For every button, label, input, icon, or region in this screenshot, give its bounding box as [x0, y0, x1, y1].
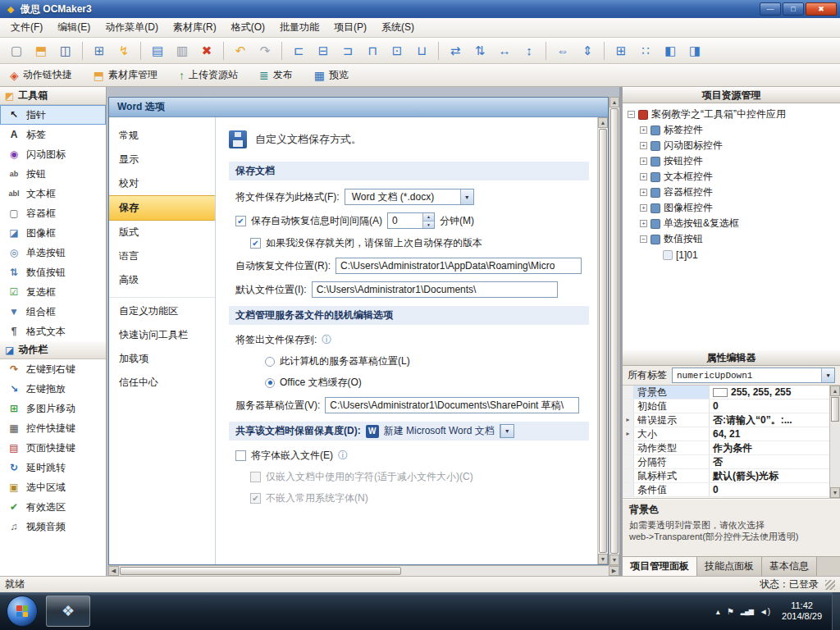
same-height-icon[interactable]: ⇕: [576, 40, 599, 62]
autorecover-checkbox[interactable]: ✔: [235, 216, 246, 226]
new-document-icon[interactable]: ▢: [5, 40, 28, 62]
scrollbar-thumb[interactable]: [120, 567, 401, 575]
property-value[interactable]: 0: [710, 484, 829, 495]
action-left-to-right[interactable]: ↷左键到右键: [0, 359, 106, 379]
scroll-right-icon[interactable]: ▶: [609, 566, 619, 576]
scrollbar-thumb[interactable]: [599, 129, 607, 553]
office-cache-radio[interactable]: [265, 378, 275, 388]
property-row-6[interactable]: 鼠标样式默认(箭头)光标: [623, 469, 829, 483]
tray-expand-icon[interactable]: ▴: [716, 607, 720, 616]
align-center-icon[interactable]: ⊟: [312, 40, 335, 62]
dialog-nav-item-7[interactable]: 自定义功能区: [109, 297, 215, 323]
tool-container[interactable]: ▢容器框: [0, 203, 106, 223]
align-left-icon[interactable]: ⊏: [287, 40, 310, 62]
property-row-1[interactable]: 初始值0: [623, 399, 829, 413]
taskbar-app-button[interactable]: ❖: [46, 596, 90, 627]
tree-item-1[interactable]: +标签控件: [623, 122, 840, 138]
property-value[interactable]: 64, 21: [710, 428, 829, 440]
menu-item-2[interactable]: 动作菜单(D): [98, 18, 166, 37]
action-select-region[interactable]: ▣选中区域: [0, 477, 106, 497]
publish-button[interactable]: ≣发布: [256, 66, 296, 84]
scroll-left-icon[interactable]: ◀: [108, 566, 119, 576]
action-control-hotkey[interactable]: ▦控件快捷键: [0, 418, 106, 438]
menu-item-6[interactable]: 项目(P): [326, 18, 374, 37]
tree-item-4[interactable]: +文本框控件: [623, 169, 840, 185]
resize-grip-icon[interactable]: [825, 580, 835, 590]
panel-tab-1[interactable]: 技能点面板: [697, 557, 762, 576]
scrollbar-thumb[interactable]: [610, 108, 619, 554]
tree-expander-icon[interactable]: −: [640, 235, 647, 243]
workspace-vertical-scrollbar[interactable]: ▲ ▼: [609, 97, 619, 565]
expand-arrow-icon[interactable]: ▸: [623, 427, 634, 441]
flash-run-icon[interactable]: ↯: [112, 40, 135, 62]
chevron-down-icon[interactable]: ▼: [500, 425, 514, 437]
same-size-icon[interactable]: ⊞: [609, 40, 632, 62]
tree-item-9[interactable]: [1]01: [623, 247, 840, 262]
tool-textbox[interactable]: abl文本框: [0, 184, 106, 203]
chevron-down-icon[interactable]: ▼: [821, 368, 834, 382]
scroll-down-icon[interactable]: ▼: [598, 554, 608, 564]
tree-item-6[interactable]: +图像框控件: [623, 200, 840, 216]
dialog-nav-item-9[interactable]: 加载项: [109, 347, 215, 371]
tool-numeric-button[interactable]: ⇅数值按钮: [0, 262, 106, 282]
dialog-nav-item-1[interactable]: 显示: [109, 148, 215, 171]
material-library-manage-button[interactable]: ⬒素材库管理: [90, 66, 161, 84]
property-row-3[interactable]: ▸大小64, 21: [623, 427, 829, 441]
tree-item-0[interactable]: −案例教学之“工具箱”中控件应用: [623, 107, 840, 122]
property-value[interactable]: 否:请输入“0”。:...: [710, 413, 829, 427]
dialog-title[interactable]: Word 选项: [109, 98, 608, 117]
scroll-down-icon[interactable]: ▼: [609, 555, 619, 565]
close-button[interactable]: ✖: [806, 2, 837, 16]
server-draft-radio[interactable]: [265, 357, 275, 367]
open-folder-icon[interactable]: ⬒: [30, 40, 52, 62]
expand-arrow-icon[interactable]: ▸: [623, 413, 634, 427]
start-button[interactable]: [7, 596, 38, 627]
default-location-input[interactable]: C:\Users\Administrator1\Documents\: [312, 281, 558, 298]
tree-expander-icon[interactable]: −: [628, 111, 635, 118]
action-video-audio[interactable]: ♫视频音频: [0, 517, 106, 536]
action-valid-region[interactable]: ✔有效选区: [0, 497, 106, 517]
fidelity-document-select[interactable]: ▼: [500, 424, 514, 438]
align-middle-icon[interactable]: ⊡: [386, 40, 409, 62]
distribute-horizontal-icon[interactable]: ⇄: [444, 40, 467, 62]
tool-button[interactable]: ab按钮: [0, 164, 106, 184]
action-chain-shortcut-button[interactable]: ◈动作链快捷: [7, 66, 75, 84]
dialog-nav-item-2[interactable]: 校对: [109, 171, 215, 195]
chevron-down-icon[interactable]: ▼: [460, 189, 473, 204]
dialog-nav-item-6[interactable]: 高级: [109, 268, 215, 292]
show-desktop-button[interactable]: [832, 592, 840, 630]
scroll-up-icon[interactable]: ▲: [609, 97, 619, 107]
tool-radiobutton[interactable]: ◎单选按钮: [0, 243, 106, 262]
preview-button[interactable]: ▦预览: [311, 66, 352, 84]
align-right-icon[interactable]: ⊐: [336, 40, 359, 62]
tree-item-2[interactable]: +闪动图标控件: [623, 138, 840, 153]
tree-expander-icon[interactable]: +: [640, 220, 647, 227]
network-icon[interactable]: ▂▄▆: [741, 608, 753, 615]
keep-last-autosave-checkbox[interactable]: ✔: [250, 238, 261, 249]
tree-item-3[interactable]: +按钮控件: [623, 153, 840, 169]
tree-expander-icon[interactable]: +: [640, 189, 647, 196]
align-top-icon[interactable]: ⊓: [361, 40, 384, 62]
save-icon[interactable]: ◫: [54, 40, 77, 62]
tree-item-7[interactable]: +单选按钮&复选框: [623, 216, 840, 231]
property-value[interactable]: 0: [710, 400, 829, 412]
paste-icon[interactable]: ▥: [171, 40, 194, 62]
embed-fonts-checkbox[interactable]: [235, 450, 246, 461]
snap-grid-icon[interactable]: ∷: [634, 40, 657, 62]
maximize-button[interactable]: □: [783, 2, 804, 16]
panel-tab-0[interactable]: 项目管理面板: [623, 557, 697, 576]
embed-used-chars-checkbox[interactable]: [250, 472, 261, 482]
tool-richtext[interactable]: ¶格式文本: [0, 322, 106, 341]
send-back-icon[interactable]: ◨: [683, 40, 706, 62]
scroll-up-icon[interactable]: ▲: [598, 117, 608, 128]
property-value[interactable]: 255, 255, 255: [710, 386, 829, 398]
taskbar-clock[interactable]: 11:42 2014/8/29: [777, 600, 827, 622]
menu-item-5[interactable]: 批量功能: [272, 18, 326, 37]
property-row-7[interactable]: 条件值0: [623, 483, 829, 497]
export-window-icon[interactable]: ⊞: [88, 40, 111, 62]
dialog-nav-item-3[interactable]: 保存: [109, 195, 215, 221]
menu-item-7[interactable]: 系统(S): [374, 18, 422, 37]
action-center-icon[interactable]: ⚑: [727, 607, 734, 616]
autorecover-location-input[interactable]: C:\Users\Administrator1\AppData\Roaming\…: [336, 258, 582, 274]
same-width-icon[interactable]: ⇔: [551, 40, 574, 62]
